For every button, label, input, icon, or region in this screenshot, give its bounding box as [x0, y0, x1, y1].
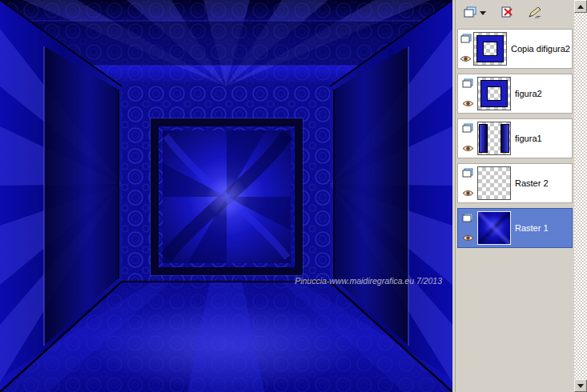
visibility-eye-icon[interactable]	[460, 51, 472, 66]
layer-thumbnail	[477, 77, 511, 110]
layer-thumbnail	[477, 166, 511, 200]
pen-icon	[528, 6, 542, 21]
layer-thumbnail	[477, 211, 511, 245]
layer-type-icon	[462, 122, 473, 136]
thumbnail-blue-art	[478, 212, 510, 244]
layer-label: figura2	[515, 89, 542, 98]
delete-layer-icon	[500, 6, 514, 20]
layer-row-raster-1[interactable]: Raster 1	[457, 208, 573, 248]
new-layer-icon	[464, 6, 476, 20]
thumbnail-bar-art	[480, 125, 487, 152]
edit-pen-button[interactable]	[525, 3, 545, 23]
canvas-area[interactable]: Pinuccia-www.maidiregrafica.eu 7/2013	[0, 0, 452, 392]
layer-row-figura2[interactable]: figura2	[457, 74, 573, 114]
app-window: Pinuccia-www.maidiregrafica.eu 7/2013	[0, 0, 587, 392]
layer-type-icon	[462, 77, 473, 91]
canvas-image: Pinuccia-www.maidiregrafica.eu 7/2013	[0, 0, 452, 392]
layers-palette: Copia difigura2	[455, 0, 574, 392]
visibility-eye-icon[interactable]	[462, 186, 474, 200]
scroll-down-button[interactable]	[574, 379, 587, 392]
thumbnail-bar-art	[501, 125, 509, 152]
layer-thumbnail	[473, 32, 507, 66]
layer-row-raster-2[interactable]: Raster 2	[457, 163, 573, 203]
vertical-scrollbar[interactable]	[574, 0, 587, 392]
layer-label: figura1	[515, 134, 542, 143]
layers-toolbar	[456, 0, 574, 24]
layer-thumbnail	[477, 122, 511, 155]
new-layer-dropdown-arrow-icon	[480, 11, 486, 15]
canvas-watermark: Pinuccia-www.maidiregrafica.eu 7/2013	[295, 276, 442, 286]
layer-label: Raster 1	[515, 223, 549, 233]
layer-type-icon	[460, 32, 472, 46]
layer-type-icon	[462, 166, 473, 181]
layer-row-figura1[interactable]: figura1	[457, 118, 573, 158]
layer-type-icon	[462, 211, 473, 226]
new-layer-button[interactable]	[460, 4, 489, 22]
arrow-up-icon	[577, 5, 584, 9]
scroll-up-button[interactable]	[574, 0, 587, 13]
arrow-down-icon	[577, 384, 584, 388]
thumbnail-frame-art	[477, 36, 503, 62]
layer-list: Copia difigura2	[456, 24, 574, 248]
layer-row-copia-difigura2[interactable]: Copia difigura2	[457, 29, 573, 69]
visibility-eye-icon[interactable]	[462, 230, 474, 245]
visibility-eye-icon[interactable]	[462, 96, 474, 110]
layer-label: Copia difigura2	[511, 44, 570, 54]
thumbnail-frame-art	[481, 81, 507, 106]
delete-layer-button[interactable]	[497, 4, 517, 22]
visibility-eye-icon[interactable]	[462, 141, 474, 155]
layer-label: Raster 2	[515, 178, 549, 188]
